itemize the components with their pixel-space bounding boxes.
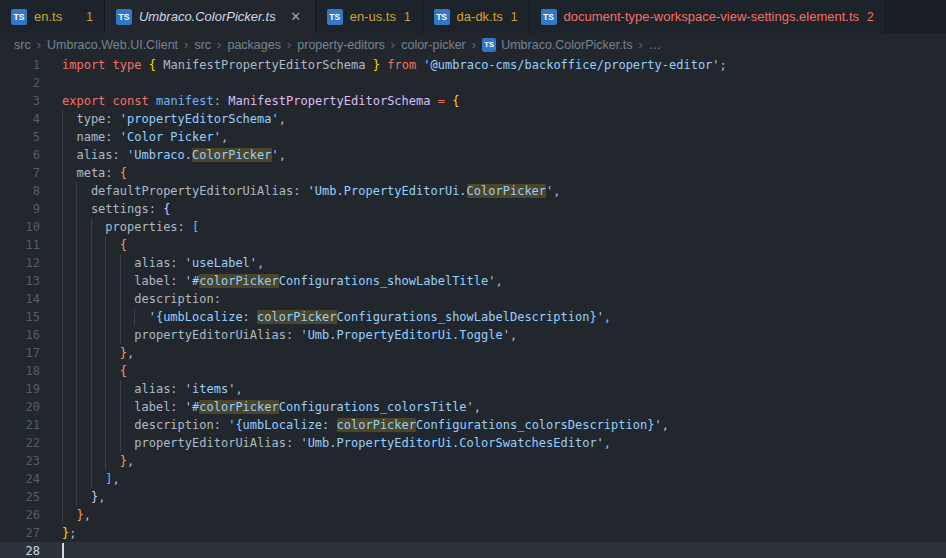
typescript-file-icon: TS	[116, 9, 132, 25]
breadcrumb-item[interactable]: property-editors	[297, 38, 385, 52]
code-line-row: 1import type { ManifestPropertyEditorSch…	[0, 56, 946, 74]
line-number: 6	[0, 146, 62, 164]
line-number: 27	[0, 524, 62, 542]
editor-tab[interactable]: TSen-us.ts1	[316, 0, 423, 33]
indent-guides	[62, 146, 76, 164]
code-line-row: 8defaultPropertyEditorUiAlias: 'Umb.Prop…	[0, 182, 946, 200]
code-line[interactable]: };	[62, 524, 76, 542]
code-line-row: 10properties: [	[0, 218, 946, 236]
code-line-row: 4type: 'propertyEditorSchema',	[0, 110, 946, 128]
indent-guides	[62, 272, 134, 290]
line-number: 1	[0, 56, 62, 74]
line-number: 24	[0, 470, 62, 488]
line-number: 15	[0, 308, 62, 326]
code-line[interactable]: propertyEditorUiAlias: 'Umb.PropertyEdit…	[62, 326, 517, 344]
code-line[interactable]: settings: {	[62, 200, 170, 218]
breadcrumb: src›Umbraco.Web.UI.Client›src›packages›p…	[0, 33, 946, 56]
code-line-row: 21description: '{umbLocalize: colorPicke…	[0, 416, 946, 434]
editor-tab[interactable]: TSda-dk.ts1	[423, 0, 530, 33]
code-line[interactable]: label: '#colorPickerConfigurations_color…	[62, 398, 481, 416]
chevron-right-icon: ›	[37, 37, 41, 52]
chevron-right-icon: ›	[391, 37, 395, 52]
breadcrumb-item[interactable]: src	[194, 38, 211, 52]
code-line[interactable]: type: 'propertyEditorSchema',	[62, 110, 286, 128]
breadcrumb-more[interactable]: …	[649, 38, 662, 52]
code-line[interactable]: import type { ManifestPropertyEditorSche…	[62, 56, 727, 74]
tab-problems-badge: 2	[867, 10, 874, 24]
line-number: 23	[0, 452, 62, 470]
indent-guides	[62, 362, 120, 380]
line-number: 17	[0, 344, 62, 362]
code-line[interactable]: },	[62, 452, 134, 470]
line-number: 11	[0, 236, 62, 254]
line-number: 26	[0, 506, 62, 524]
chevron-right-icon: ›	[184, 37, 188, 52]
indent-guides	[62, 200, 91, 218]
code-line-row: 13label: '#colorPickerConfigurations_sho…	[0, 272, 946, 290]
breadcrumb-item[interactable]: color-picker	[401, 38, 466, 52]
code-line[interactable]: properties: [	[62, 218, 199, 236]
line-number: 5	[0, 128, 62, 146]
indent-guides	[62, 182, 91, 200]
code-line-row: 11{	[0, 236, 946, 254]
code-line[interactable]: },	[62, 344, 134, 362]
indent-guides	[62, 128, 76, 146]
code-line[interactable]: name: 'Color Picker',	[62, 128, 228, 146]
code-line[interactable]: description:	[62, 290, 221, 308]
tab-bar: TSen.ts1TSUmbraco.ColorPicker.ts✕TSen-us…	[0, 0, 946, 33]
tab-problems-badge: 1	[404, 10, 411, 24]
code-line[interactable]: label: '#colorPickerConfigurations_showL…	[62, 272, 503, 290]
code-line[interactable]: '{umbLocalize: colorPickerConfigurations…	[62, 308, 611, 326]
breadcrumb-file-item[interactable]: TSUmbraco.ColorPicker.ts	[482, 38, 632, 52]
code-editor: 1import type { ManifestPropertyEditorSch…	[0, 56, 946, 558]
code-line[interactable]: },	[62, 488, 105, 506]
breadcrumb-item[interactable]: packages	[227, 38, 281, 52]
code-line[interactable]	[62, 542, 64, 558]
code-line[interactable]: meta: {	[62, 164, 127, 182]
code-line[interactable]: {	[62, 362, 127, 380]
code-line[interactable]: description: '{umbLocalize: colorPickerC…	[62, 416, 669, 434]
code-line[interactable]: ],	[62, 470, 120, 488]
code-line[interactable]: },	[62, 506, 91, 524]
line-number: 8	[0, 182, 62, 200]
indent-guides	[62, 398, 134, 416]
code-line-row: 5name: 'Color Picker',	[0, 128, 946, 146]
code-line-row: 15'{umbLocalize: colorPickerConfiguratio…	[0, 308, 946, 326]
code-line[interactable]: alias: 'Umbraco.ColorPicker',	[62, 146, 286, 164]
line-number: 4	[0, 110, 62, 128]
tab-problems-badge: 1	[86, 10, 93, 24]
indent-guides	[62, 290, 134, 308]
code-line-row: 6alias: 'Umbraco.ColorPicker',	[0, 146, 946, 164]
typescript-file-icon: TS	[482, 38, 496, 52]
close-icon[interactable]: ✕	[288, 9, 304, 25]
indent-guides	[62, 308, 149, 326]
breadcrumb-item[interactable]: Umbraco.Web.UI.Client	[47, 38, 178, 52]
typescript-file-icon: TS	[434, 9, 450, 25]
typescript-file-icon: TS	[541, 9, 557, 25]
code-line-row: 20label: '#colorPickerConfigurations_col…	[0, 398, 946, 416]
search-match-highlight: colorPicker	[199, 274, 278, 288]
chevron-right-icon: ›	[472, 37, 476, 52]
code-line-row: 17},	[0, 344, 946, 362]
code-line[interactable]: propertyEditorUiAlias: 'Umb.PropertyEdit…	[62, 434, 611, 452]
editor-tab[interactable]: TSUmbraco.ColorPicker.ts✕	[105, 0, 316, 33]
line-number: 9	[0, 200, 62, 218]
code-line-row: 22propertyEditorUiAlias: 'Umb.PropertyEd…	[0, 434, 946, 452]
code-line[interactable]: defaultPropertyEditorUiAlias: 'Umb.Prope…	[62, 182, 561, 200]
indent-guides	[62, 434, 134, 452]
breadcrumb-item[interactable]: src	[14, 38, 31, 52]
indent-guides	[62, 470, 105, 488]
editor-tab[interactable]: TSdocument-type-workspace-view-settings.…	[530, 0, 886, 33]
code-line[interactable]: alias: 'items',	[62, 380, 243, 398]
code-line-row: 14description:	[0, 290, 946, 308]
search-match-highlight: colorPicker	[199, 400, 278, 414]
text-cursor	[62, 543, 64, 558]
line-number: 7	[0, 164, 62, 182]
code-line[interactable]: export const manifest: ManifestPropertyE…	[62, 92, 459, 110]
code-line[interactable]: alias: 'useLabel',	[62, 254, 264, 272]
line-number: 25	[0, 488, 62, 506]
search-match-highlight: ColorPicker	[192, 148, 271, 162]
indent-guides	[62, 110, 76, 128]
editor-tab[interactable]: TSen.ts1	[0, 0, 105, 33]
code-line[interactable]: {	[62, 236, 127, 254]
